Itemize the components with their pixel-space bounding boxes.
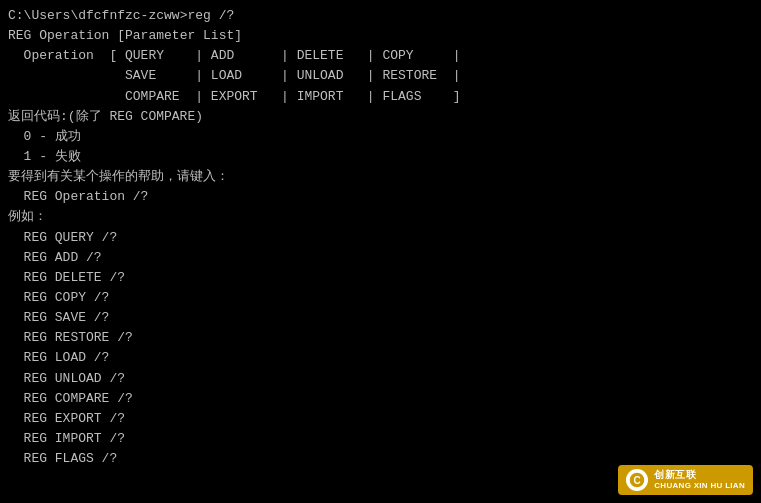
svg-text:C: C [634, 475, 641, 486]
watermark-text: 创新互联 CHUANG XIN HU LIAN [654, 469, 745, 491]
terminal-line: 0 - 成功 [8, 127, 753, 147]
terminal-line: REG DELETE /? [8, 268, 753, 288]
terminal-line: REG LOAD /? [8, 348, 753, 368]
terminal-line: Operation [ QUERY | ADD | DELETE | COPY … [8, 46, 753, 66]
terminal-line: REG COMPARE /? [8, 389, 753, 409]
terminal-line: REG Operation /? [8, 187, 753, 207]
terminal-line: 例如： [8, 207, 753, 227]
terminal-line: REG UNLOAD /? [8, 369, 753, 389]
terminal-line: REG RESTORE /? [8, 328, 753, 348]
terminal-window: C:\Users\dfcfnfzc-zcww>reg /? REG Operat… [0, 0, 761, 503]
terminal-line: REG ADD /? [8, 248, 753, 268]
terminal-body: REG Operation [Parameter List] Operation… [8, 26, 753, 469]
terminal-line: REG SAVE /? [8, 308, 753, 328]
watermark: C 创新互联 CHUANG XIN HU LIAN [618, 465, 753, 495]
terminal-line: COMPARE | EXPORT | IMPORT | FLAGS ] [8, 87, 753, 107]
terminal-line: REG COPY /? [8, 288, 753, 308]
terminal-line: 返回代码:(除了 REG COMPARE) [8, 107, 753, 127]
terminal-title-line: C:\Users\dfcfnfzc-zcww>reg /? [8, 6, 753, 26]
watermark-icon: C [626, 469, 648, 491]
watermark-line2: CHUANG XIN HU LIAN [654, 481, 745, 491]
terminal-line: REG Operation [Parameter List] [8, 26, 753, 46]
terminal-line: 1 - 失败 [8, 147, 753, 167]
terminal-line: REG IMPORT /? [8, 429, 753, 449]
terminal-line: REG EXPORT /? [8, 409, 753, 429]
terminal-line: SAVE | LOAD | UNLOAD | RESTORE | [8, 66, 753, 86]
terminal-line: REG QUERY /? [8, 228, 753, 248]
watermark-line1: 创新互联 [654, 469, 745, 481]
terminal-line: 要得到有关某个操作的帮助，请键入： [8, 167, 753, 187]
